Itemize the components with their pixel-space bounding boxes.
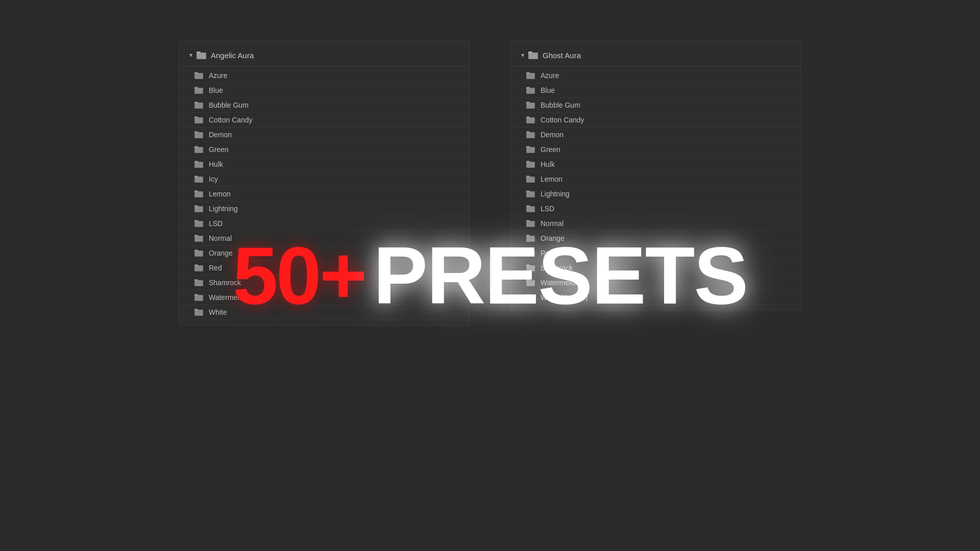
list-item[interactable]: Icy — [179, 172, 469, 187]
preset-folder-icon — [194, 145, 204, 154]
list-item[interactable]: Bubble Gum — [511, 98, 801, 113]
preset-folder-icon — [526, 175, 535, 183]
svg-rect-50 — [195, 295, 203, 300]
svg-rect-20 — [195, 147, 203, 153]
list-item[interactable]: Lemon — [511, 172, 801, 187]
preset-folder-icon — [526, 71, 535, 80]
preset-folder-icon — [526, 101, 535, 109]
preset-label: Bubble Gum — [541, 101, 580, 109]
list-item[interactable]: Hulk — [179, 157, 469, 172]
list-item[interactable]: White — [179, 305, 469, 320]
list-item[interactable]: Orange — [179, 246, 469, 261]
svg-rect-2 — [197, 53, 206, 59]
left-panel-header[interactable]: ▾ Angelic Aura — [179, 46, 469, 66]
preset-folder-icon — [526, 86, 535, 94]
svg-rect-17 — [195, 133, 203, 138]
preset-folder-icon — [526, 116, 535, 124]
list-item[interactable]: LSD — [179, 216, 469, 231]
list-item[interactable]: Cotton Candy — [511, 113, 801, 128]
list-item[interactable]: Lightning — [179, 202, 469, 216]
preset-label: Watermelon — [209, 293, 247, 302]
preset-folder-icon — [194, 190, 204, 198]
right-panel-items: Azure Blue Bubble Gum Cotton Candy — [511, 68, 801, 305]
svg-rect-89 — [527, 221, 534, 227]
list-item[interactable]: Green — [179, 142, 469, 157]
list-item[interactable]: Lemon — [179, 187, 469, 202]
list-item[interactable]: Hulk — [511, 157, 801, 172]
list-item[interactable]: Azure — [179, 68, 469, 83]
list-item[interactable]: Red — [511, 246, 801, 261]
preset-folder-icon — [526, 205, 535, 213]
list-item[interactable]: Orange — [511, 231, 801, 246]
preset-label: Orange — [209, 249, 233, 257]
preset-folder-icon — [194, 205, 204, 213]
list-item[interactable]: Green — [511, 142, 801, 157]
preset-label: Demon — [541, 131, 564, 139]
preset-label: Blue — [541, 86, 555, 94]
preset-folder-icon — [194, 308, 204, 316]
svg-rect-56 — [529, 53, 537, 59]
list-item[interactable]: Azure — [511, 68, 801, 83]
svg-rect-26 — [195, 177, 203, 182]
preset-folder-icon — [526, 264, 535, 272]
list-item[interactable]: Shamrock — [511, 261, 801, 276]
chevron-down-icon-right: ▾ — [521, 52, 524, 59]
right-panel-header[interactable]: ▾ Ghost Aura — [511, 46, 801, 66]
svg-rect-38 — [195, 236, 203, 241]
preset-label: White — [209, 308, 227, 316]
preset-label: Cotton Candy — [209, 116, 253, 124]
list-item[interactable]: Watermelon — [511, 276, 801, 290]
preset-label: Green — [209, 145, 229, 154]
preset-label: Lemon — [209, 190, 231, 198]
list-item[interactable]: White (Smoke) — [511, 290, 801, 305]
svg-rect-44 — [195, 266, 203, 271]
right-panel: ▾ Ghost Aura Azure Blue — [510, 41, 801, 311]
preset-folder-icon — [194, 71, 204, 80]
svg-rect-86 — [527, 207, 534, 212]
list-item[interactable]: Blue — [511, 83, 801, 98]
svg-rect-47 — [195, 281, 203, 286]
svg-rect-74 — [527, 147, 534, 153]
list-item[interactable]: Demon — [511, 128, 801, 142]
svg-rect-32 — [195, 207, 203, 212]
svg-rect-98 — [527, 266, 534, 271]
preset-label: LSD — [209, 219, 223, 228]
preset-label: Shamrock — [541, 264, 573, 272]
list-item[interactable]: Shamrock — [179, 276, 469, 290]
preset-folder-icon — [194, 219, 204, 228]
list-item[interactable]: Bubble Gum — [179, 98, 469, 113]
list-item[interactable]: Red — [179, 261, 469, 276]
svg-rect-41 — [195, 251, 203, 256]
list-item[interactable]: Blue — [179, 83, 469, 98]
preset-folder-icon — [194, 86, 204, 94]
svg-rect-29 — [195, 192, 203, 197]
list-item[interactable]: Lightning — [511, 187, 801, 202]
list-item[interactable]: Normal — [511, 216, 801, 231]
list-item[interactable]: Cotton Candy — [179, 113, 469, 128]
list-item[interactable]: Watermelon — [179, 290, 469, 305]
list-item[interactable]: Normal — [179, 231, 469, 246]
preset-folder-icon — [194, 101, 204, 109]
list-item[interactable]: LSD — [511, 202, 801, 216]
preset-label: Azure — [209, 71, 228, 80]
svg-rect-92 — [527, 236, 534, 241]
svg-rect-95 — [527, 251, 534, 256]
preset-folder-icon — [526, 234, 535, 242]
svg-rect-68 — [527, 118, 534, 123]
preset-label: Red — [541, 249, 554, 257]
preset-label: Icy — [209, 175, 218, 183]
svg-rect-11 — [195, 103, 203, 108]
preset-folder-icon — [526, 145, 535, 154]
preset-folder-icon — [194, 293, 204, 302]
svg-rect-104 — [527, 295, 534, 300]
preset-label: Hulk — [541, 160, 555, 168]
svg-rect-23 — [195, 162, 203, 167]
left-panel: ▾ Angelic Aura Azure Blue — [179, 41, 470, 325]
preset-label: Green — [541, 145, 560, 154]
preset-label: Normal — [209, 234, 232, 242]
preset-folder-icon — [194, 234, 204, 242]
preset-folder-icon — [526, 160, 535, 168]
preset-folder-icon — [194, 160, 204, 168]
svg-rect-14 — [195, 118, 203, 123]
list-item[interactable]: Demon — [179, 128, 469, 142]
